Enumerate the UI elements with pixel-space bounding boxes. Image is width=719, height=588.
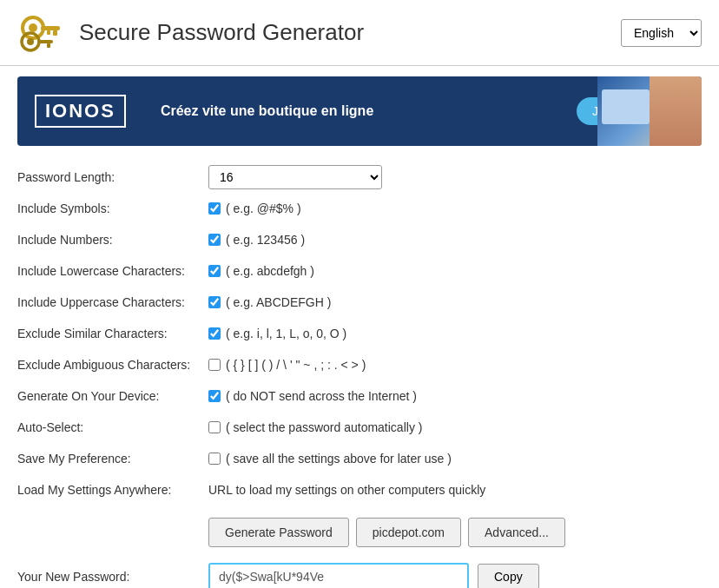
ad-person-graphic (650, 76, 702, 146)
exclude-ambiguous-hint: ( { } [ ] ( ) / \ ' " ~ , ; : . < > ) (226, 358, 366, 372)
password-length-label: Password Length: (17, 170, 208, 184)
include-lowercase-row: Include Lowercase Characters: ( e.g. abc… (17, 259, 702, 283)
include-uppercase-label: Include Uppercase Characters: (17, 295, 208, 309)
generate-on-device-hint: ( do NOT send across the Internet ) (226, 389, 417, 403)
advanced-button[interactable]: Advanced... (468, 518, 565, 547)
header: Secure Password Generator English French… (0, 0, 719, 66)
svg-rect-8 (47, 43, 50, 48)
include-numbers-control: ( e.g. 123456 ) (208, 233, 305, 247)
svg-point-6 (27, 38, 34, 45)
include-uppercase-row: Include Uppercase Characters: ( e.g. ABC… (17, 290, 702, 314)
include-lowercase-label: Include Lowercase Characters: (17, 264, 208, 278)
include-symbols-hint: ( e.g. @#$% ) (226, 202, 301, 215)
load-settings-label: Load My Settings Anywhere: (17, 483, 208, 497)
generate-on-device-label: Generate On Your Device: (17, 389, 208, 403)
ad-banner: IONOS Créez vite une boutique en ligne J… (17, 76, 702, 146)
ad-brand: IONOS (35, 95, 126, 128)
generate-on-device-checkbox[interactable] (208, 390, 221, 402)
language-select[interactable]: English French German Spanish (621, 19, 702, 47)
auto-select-checkbox[interactable] (208, 421, 221, 433)
generate-on-device-row: Generate On Your Device: ( do NOT send a… (17, 384, 702, 408)
exclude-ambiguous-checkbox[interactable] (208, 359, 221, 371)
action-buttons: Generate Password picdepot.com Advanced.… (208, 518, 702, 547)
include-uppercase-control: ( e.g. ABCDEFGH ) (208, 295, 331, 309)
password-length-select[interactable]: 8 10 12 14 16 18 20 24 32 (208, 165, 382, 189)
auto-select-control: ( select the password automatically ) (208, 420, 422, 434)
picdepot-button[interactable]: picdepot.com (356, 518, 461, 547)
load-settings-control: URL to load my settings on other compute… (208, 483, 485, 497)
exclude-similar-control: ( e.g. i, l, 1, L, o, 0, O ) (208, 327, 346, 340)
exclude-similar-row: Exclude Similar Characters: ( e.g. i, l,… (17, 321, 702, 346)
include-numbers-hint: ( e.g. 123456 ) (226, 233, 305, 247)
include-symbols-label: Include Symbols: (17, 202, 208, 215)
svg-rect-3 (53, 30, 57, 36)
ad-screen-graphic (602, 89, 650, 124)
password-length-row: Password Length: 8 10 12 14 16 18 20 24 … (17, 165, 702, 189)
include-symbols-checkbox[interactable] (208, 202, 221, 215)
auto-select-row: Auto-Select: ( select the password autom… (17, 415, 702, 439)
password-output-row: Your New Password: Copy (17, 563, 702, 588)
include-numbers-label: Include Numbers: (17, 233, 208, 247)
include-uppercase-hint: ( e.g. ABCDEFGH ) (226, 295, 331, 309)
exclude-ambiguous-row: Exclude Ambiguous Characters: ( { } [ ] … (17, 353, 702, 377)
include-numbers-row: Include Numbers: ( e.g. 123456 ) (17, 228, 702, 252)
save-preference-checkbox[interactable] (208, 453, 221, 465)
include-lowercase-hint: ( e.g. abcdefgh ) (226, 264, 314, 278)
load-settings-row: Load My Settings Anywhere: URL to load m… (17, 478, 702, 502)
exclude-similar-hint: ( e.g. i, l, 1, L, o, 0, O ) (226, 327, 346, 340)
ad-image (597, 76, 702, 146)
exclude-ambiguous-control: ( { } [ ] ( ) / \ ' " ~ , ; : . < > ) (208, 358, 366, 372)
save-preference-row: Save My Preference: ( save all the setti… (17, 446, 702, 471)
copy-button[interactable]: Copy (478, 564, 539, 588)
include-symbols-control: ( e.g. @#$% ) (208, 202, 301, 215)
include-lowercase-checkbox[interactable] (208, 265, 221, 277)
save-preference-hint: ( save all the settings above for later … (226, 452, 452, 466)
include-uppercase-checkbox[interactable] (208, 296, 221, 308)
exclude-ambiguous-label: Exclude Ambiguous Characters: (17, 358, 208, 372)
save-preference-control: ( save all the settings above for later … (208, 452, 452, 466)
svg-rect-4 (47, 30, 50, 35)
keys-icon (17, 9, 65, 56)
include-symbols-row: Include Symbols: ( e.g. @#$% ) (17, 196, 702, 221)
include-numbers-checkbox[interactable] (208, 234, 221, 246)
ad-text: Créez vite une boutique en ligne (161, 103, 577, 119)
exclude-similar-label: Exclude Similar Characters: (17, 327, 208, 340)
password-output-input[interactable] (208, 563, 469, 588)
svg-rect-7 (37, 40, 53, 43)
svg-point-1 (29, 23, 37, 32)
page-title: Secure Password Generator (79, 19, 364, 46)
generate-on-device-control: ( do NOT send across the Internet ) (208, 389, 417, 403)
include-lowercase-control: ( e.g. abcdefgh ) (208, 264, 314, 278)
exclude-similar-checkbox[interactable] (208, 327, 221, 340)
main-content: Password Length: 8 10 12 14 16 18 20 24 … (0, 156, 719, 588)
svg-rect-2 (41, 26, 60, 30)
password-length-control: 8 10 12 14 16 18 20 24 32 (208, 165, 382, 189)
header-left: Secure Password Generator (17, 9, 364, 56)
generate-password-button[interactable]: Generate Password (208, 518, 349, 547)
load-settings-text: URL to load my settings on other compute… (208, 483, 485, 497)
auto-select-hint: ( select the password automatically ) (226, 420, 422, 434)
auto-select-label: Auto-Select: (17, 420, 208, 434)
password-output-label: Your New Password: (17, 570, 208, 584)
save-preference-label: Save My Preference: (17, 452, 208, 466)
